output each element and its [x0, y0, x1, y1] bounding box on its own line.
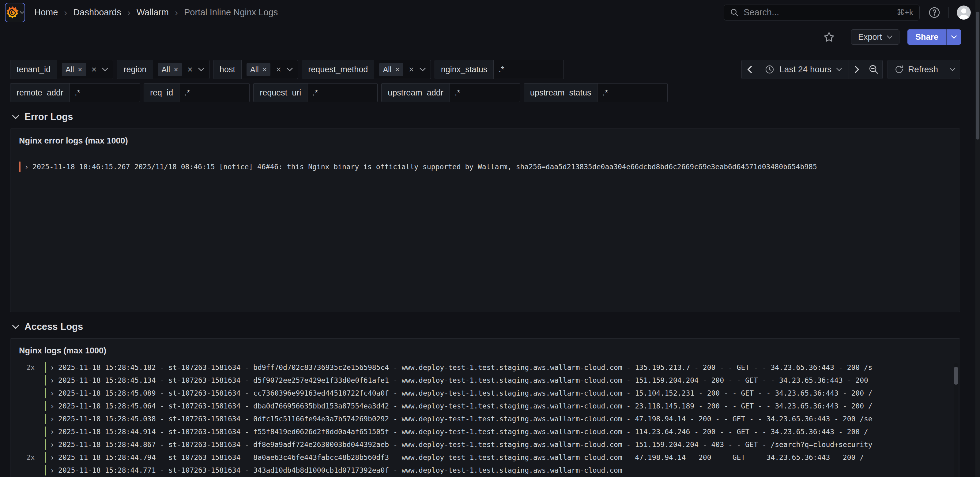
- time-shift-back-button[interactable]: [741, 60, 758, 79]
- chevron-down-icon: [286, 67, 293, 71]
- expand-log-icon[interactable]: ›: [50, 376, 54, 385]
- filter-label: remote_addr: [10, 84, 70, 102]
- refresh-label: Refresh: [908, 65, 938, 74]
- filter-label: host: [213, 60, 242, 79]
- filter-value-dropdown[interactable]: All××: [374, 60, 430, 79]
- export-button[interactable]: Export: [851, 29, 899, 45]
- filter-text-input[interactable]: .*: [307, 84, 377, 102]
- log-level-bar: [45, 414, 46, 424]
- error-logs-panel: Nginx error logs (max 1000) ›2025-11-18 …: [10, 128, 960, 312]
- log-row[interactable]: ›2025-11-18 15:28:45.038 - st-107263-158…: [10, 412, 960, 425]
- grafana-logo-button[interactable]: [5, 3, 25, 22]
- star-icon[interactable]: [823, 31, 835, 43]
- section-access-logs[interactable]: Access Logs: [12, 321, 980, 332]
- filter-text-input[interactable]: .*: [598, 84, 667, 102]
- expand-log-icon[interactable]: ›: [50, 389, 54, 398]
- access-log-list: 2x›2025-11-18 15:28:45.182 - st-107263-1…: [10, 361, 960, 477]
- variables-row-2: remote_addr.*req_id.*request_uri.*upstre…: [10, 83, 970, 102]
- selected-value: All: [65, 65, 74, 74]
- log-row[interactable]: ›2025-11-18 15:28:44.867 - st-107263-158…: [10, 438, 960, 451]
- log-row[interactable]: 2x›2025-11-18 15:28:45.182 - st-107263-1…: [10, 361, 960, 374]
- remove-value-icon[interactable]: ×: [78, 66, 83, 73]
- filter-label: region: [117, 60, 153, 79]
- expand-log-icon[interactable]: ›: [24, 162, 29, 171]
- remove-value-icon[interactable]: ×: [262, 66, 267, 73]
- selected-value-chip[interactable]: All×: [379, 63, 403, 76]
- log-level-bar: [45, 465, 46, 475]
- user-avatar[interactable]: [957, 5, 971, 20]
- dedup-count: 2x: [10, 363, 45, 371]
- expand-log-icon[interactable]: ›: [50, 453, 54, 462]
- log-line-text: 2025-11-18 15:28:44.914 - st-107263-1581…: [58, 428, 960, 436]
- log-row[interactable]: ›2025-11-18 15:28:45.134 - st-107263-158…: [10, 374, 960, 387]
- filter-text-input[interactable]: .*: [450, 84, 520, 102]
- remove-value-icon[interactable]: ×: [395, 66, 400, 73]
- time-range-picker[interactable]: Last 24 hours: [758, 60, 849, 79]
- section-error-logs[interactable]: Error Logs: [12, 111, 980, 122]
- log-row[interactable]: ›2025-11-18 15:28:45.064 - st-107263-158…: [10, 399, 960, 412]
- refresh-interval-button[interactable]: [945, 60, 960, 79]
- clear-filter-icon[interactable]: ×: [92, 65, 97, 74]
- breadcrumb-item[interactable]: Dashboards: [73, 7, 121, 17]
- search-input[interactable]: Search... ⌘+k: [724, 5, 920, 21]
- page-scrollbar[interactable]: [975, 0, 980, 477]
- share-button[interactable]: Share: [907, 29, 946, 45]
- log-level-bar: [45, 375, 46, 385]
- filter-value-dropdown[interactable]: All××: [153, 60, 209, 79]
- log-line-text: 2025-11-18 15:28:45.089 - st-107263-1581…: [58, 389, 960, 397]
- log-row[interactable]: ›2025-11-18 15:28:44.771 - st-107263-158…: [10, 464, 960, 477]
- filter-value-dropdown[interactable]: All××: [242, 60, 298, 79]
- filter-upstream_status: upstream_status.*: [524, 83, 668, 102]
- log-row[interactable]: 2x›2025-11-18 15:28:44.794 - st-107263-1…: [10, 451, 960, 464]
- help-button[interactable]: [928, 6, 940, 19]
- panel-scrollbar[interactable]: [954, 363, 958, 477]
- selected-value: All: [383, 65, 391, 74]
- time-shift-forward-button[interactable]: [849, 60, 865, 79]
- expand-log-icon[interactable]: ›: [50, 363, 54, 372]
- page-scrollbar-thumb[interactable]: [976, 12, 979, 139]
- breadcrumb-item: Portal Inline Nginx Logs: [184, 7, 278, 17]
- filter-host: hostAll××: [213, 60, 298, 79]
- zoom-out-time-button[interactable]: [865, 60, 883, 79]
- log-level-bar: [19, 162, 21, 172]
- log-line-text: 2025-11-18 15:28:44.867 - st-107263-1581…: [58, 441, 960, 448]
- section-title: Access Logs: [24, 321, 83, 332]
- expand-log-icon[interactable]: ›: [50, 402, 54, 410]
- share-button-group: Share: [907, 29, 961, 45]
- selected-value-chip[interactable]: All×: [158, 63, 182, 76]
- selected-value-chip[interactable]: All×: [247, 63, 270, 76]
- log-row[interactable]: ›2025-11-18 15:28:44.914 - st-107263-158…: [10, 425, 960, 438]
- breadcrumb-item[interactable]: Wallarm: [137, 7, 169, 17]
- panel-scrollbar-thumb[interactable]: [954, 367, 958, 385]
- search-icon: [730, 8, 739, 17]
- filter-text-input[interactable]: .*: [70, 84, 140, 102]
- dedup-count: 2x: [10, 453, 45, 461]
- filter-text-value: .*: [455, 88, 460, 98]
- time-controls: Last 24 hours Refresh: [741, 60, 960, 79]
- log-level-bar: [45, 388, 46, 398]
- log-level-bar: [45, 452, 46, 463]
- panel-title: Nginx logs (max 1000): [10, 339, 960, 361]
- expand-log-icon[interactable]: ›: [50, 440, 54, 449]
- share-menu-button[interactable]: [946, 29, 961, 45]
- log-row[interactable]: ›2025-11-18 15:28:45.089 - st-107263-158…: [10, 387, 960, 399]
- expand-log-icon[interactable]: ›: [50, 415, 54, 423]
- filter-text-input[interactable]: .*: [180, 84, 249, 102]
- breadcrumb-separator: ›: [175, 7, 178, 18]
- clear-filter-icon[interactable]: ×: [409, 65, 414, 74]
- selected-value-chip[interactable]: All×: [62, 63, 86, 76]
- clear-filter-icon[interactable]: ×: [276, 65, 281, 74]
- toolbar-divider: [843, 31, 843, 43]
- expand-log-icon[interactable]: ›: [50, 466, 54, 475]
- remove-value-icon[interactable]: ×: [173, 66, 178, 73]
- chevron-down-icon: [102, 67, 108, 71]
- refresh-button[interactable]: Refresh: [888, 60, 945, 79]
- breadcrumb-item[interactable]: Home: [34, 7, 58, 17]
- filter-label: tenant_id: [10, 60, 57, 79]
- filter-value-dropdown[interactable]: All××: [57, 60, 113, 79]
- filter-text-input[interactable]: .*: [494, 60, 563, 79]
- clear-filter-icon[interactable]: ×: [188, 65, 192, 74]
- selected-value: All: [162, 65, 170, 74]
- log-row[interactable]: ›2025-11-18 10:46:15.267 2025/11/18 08:4…: [10, 160, 960, 173]
- expand-log-icon[interactable]: ›: [50, 428, 54, 436]
